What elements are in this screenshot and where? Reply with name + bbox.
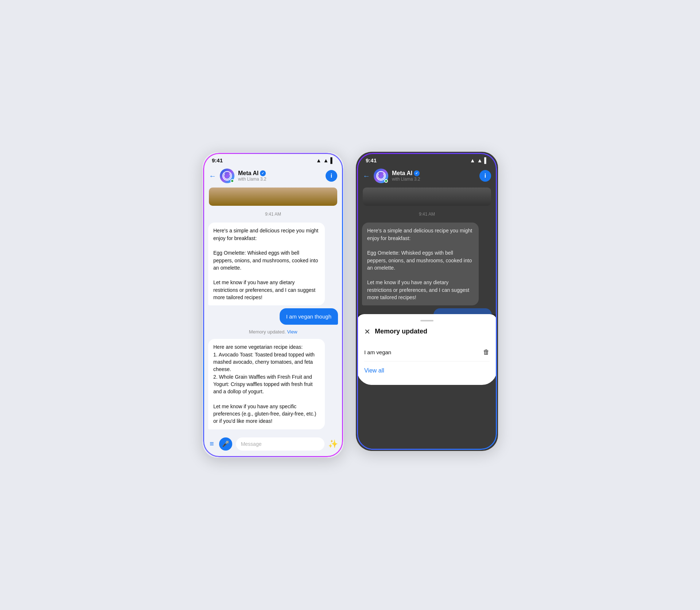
info-button-dark[interactable]: i [479,170,491,182]
chat-area-light[interactable]: 9:41 AM Here's a simple and delicious re… [203,206,343,433]
status-icons-dark: ▲ ▲ ▌ [470,157,488,163]
ai-message-1-dark: Here's a simple and delicious recipe you… [362,223,479,305]
view-all-button[interactable]: View all [364,367,490,374]
timestamp-dark: 9:41 AM [362,212,492,217]
ai-name-dark: Meta AI [392,170,412,177]
status-icons-light: ▲ ▲ ▌ [316,157,334,163]
ai-message-2-light: Here are some vegetarian recipe ideas: 1… [208,339,325,429]
time-dark: 9:41 [366,157,377,163]
status-bar-dark: 9:41 ▲ ▲ ▌ [357,153,497,166]
signal-icon-dark: ▲ [477,157,483,163]
message-input-light[interactable]: Message [236,437,324,451]
delete-memory-button[interactable]: 🗑 [483,348,490,356]
menu-icon-light[interactable]: ≡ [208,438,215,449]
sparkle-button-light[interactable]: ✨ [328,439,338,449]
ai-avatar-light [220,169,234,183]
memory-item-text: I am vegan [364,349,391,355]
online-dot-dark [384,179,388,183]
chat-header-dark: ← Meta AI ✓ with Llama 3.2 i [357,166,497,188]
image-preview-light [209,188,337,206]
sheet-handle [420,320,433,321]
phone-light: 9:41 ▲ ▲ ▌ ← Meta AI [202,152,344,458]
timestamp-light: 9:41 AM [208,212,338,217]
wifi-icon-light: ▲ [316,157,322,163]
sheet-title: Memory updated [375,328,490,335]
back-button-light[interactable]: ← [209,172,216,180]
verified-badge-light: ✓ [260,170,266,176]
memory-list-item: I am vegan 🗑 [364,343,490,362]
info-button-light[interactable]: i [326,170,337,182]
ai-avatar-dark [374,169,388,183]
phone-dark: 9:41 ▲ ▲ ▌ ← Meta AI [356,152,498,451]
screen-container: 9:41 ▲ ▲ ▌ ← Meta AI [202,152,498,458]
user-message-light: I am vegan though [280,308,338,325]
sheet-header: ✕ Memory updated [364,327,490,336]
image-preview-dark [363,188,491,206]
battery-icon-light: ▌ [330,157,334,163]
input-bar-light: ≡ 🎤 Message ✨ [203,434,343,457]
time-light: 9:41 [212,157,223,163]
online-dot-light [230,179,234,183]
ai-name-light: Meta AI [238,170,258,177]
mic-button-light[interactable]: 🎤 [219,437,232,451]
memory-note-light: Memory updated. View [208,329,338,335]
bottom-sheet-overlay[interactable]: ✕ Memory updated I am vegan 🗑 View all [357,314,497,385]
memory-view-link-light[interactable]: View [287,329,297,335]
back-button-dark[interactable]: ← [363,172,370,180]
memory-bottom-sheet: ✕ Memory updated I am vegan 🗑 View all [357,314,497,385]
status-bar-light: 9:41 ▲ ▲ ▌ [203,153,343,166]
header-info-dark: Meta AI ✓ with Llama 3.2 [392,170,476,182]
ai-subtitle-dark: with Llama 3.2 [392,177,476,182]
ai-message-1-light: Here's a simple and delicious recipe you… [208,223,325,305]
battery-icon-dark: ▌ [484,157,488,163]
header-info-light: Meta AI ✓ with Llama 3.2 [238,170,322,182]
chat-header-light: ← Meta AI ✓ with Llama 3.2 i [203,166,343,188]
ai-subtitle-light: with Llama 3.2 [238,177,322,182]
wifi-icon-dark: ▲ [470,157,475,163]
sheet-close-button[interactable]: ✕ [364,327,370,336]
verified-badge-dark: ✓ [414,170,420,176]
signal-icon-light: ▲ [323,157,329,163]
